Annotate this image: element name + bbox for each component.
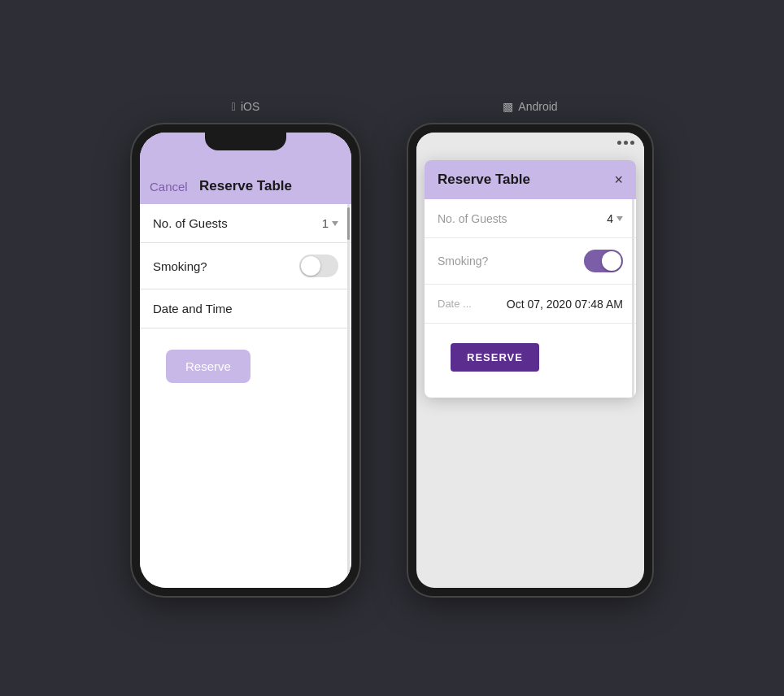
android-status-dot-3 <box>630 141 634 145</box>
android-dialog: Reserve Table × No. of Guests 4 <box>425 160 636 398</box>
ios-notch <box>205 133 286 150</box>
ios-guests-value[interactable]: 1 <box>322 216 338 230</box>
android-dialog-title: Reserve Table <box>438 172 530 188</box>
android-guests-label: No. of Guests <box>438 212 507 225</box>
android-smoking-toggle[interactable] <box>584 250 623 272</box>
android-platform-label: ▩ Android <box>503 100 557 113</box>
android-smoking-row: Smoking? <box>425 238 636 285</box>
ios-header: Cancel Reserve Table <box>140 168 351 204</box>
ios-device-container:  iOS Cancel Reserve Table No. of Guests <box>132 100 359 596</box>
android-close-button[interactable]: × <box>614 172 623 187</box>
android-status-dot-2 <box>624 141 628 145</box>
ios-smoking-label: Smoking? <box>153 259 207 273</box>
android-screen: Reserve Table × No. of Guests 4 <box>416 133 644 588</box>
android-reserve-row: RESERVE <box>425 324 636 398</box>
ios-scrollbar-thumb <box>347 207 350 240</box>
android-reserve-button[interactable]: RESERVE <box>451 343 539 372</box>
ios-dialog-title: Reserve Table <box>199 178 292 194</box>
android-guests-row: No. of Guests 4 <box>425 199 636 238</box>
ios-datetime-label: Date and Time <box>153 302 233 315</box>
android-phone: Reserve Table × No. of Guests 4 <box>408 124 652 596</box>
android-toggle-knob <box>602 251 621 271</box>
android-datetime-value: Oct 07, 2020 07:48 AM <box>507 298 623 311</box>
ios-screen: Cancel Reserve Table No. of Guests 1 <box>140 133 351 588</box>
android-dialog-body: No. of Guests 4 Smoking? <box>425 199 636 398</box>
ios-smoking-toggle[interactable] <box>299 254 338 277</box>
ios-phone: Cancel Reserve Table No. of Guests 1 <box>132 124 359 596</box>
ios-cancel-button[interactable]: Cancel <box>150 180 188 194</box>
ios-platform-label:  iOS <box>232 100 259 113</box>
android-status-dot-1 <box>617 141 621 145</box>
ios-content: No. of Guests 1 Smoking? Date and Time <box>140 204 351 588</box>
android-content-area: Reserve Table × No. of Guests 4 <box>416 152 644 588</box>
ios-datetime-row[interactable]: Date and Time <box>140 289 351 328</box>
ios-notch-bar <box>140 133 351 168</box>
android-guests-value[interactable]: 4 <box>607 212 623 225</box>
android-icon: ▩ <box>503 100 513 113</box>
ios-reserve-row: Reserve <box>140 328 351 404</box>
android-guests-chevron-icon <box>616 216 623 221</box>
ios-guests-row: No. of Guests 1 <box>140 204 351 243</box>
android-device-container: ▩ Android Reserve Table × <box>408 100 652 596</box>
ios-scrollbar <box>347 204 350 588</box>
android-dialog-header: Reserve Table × <box>425 160 636 199</box>
android-scrollbar <box>632 199 634 398</box>
ios-smoking-row: Smoking? <box>140 243 351 289</box>
apple-icon:  <box>232 100 236 113</box>
ios-guests-chevron-icon <box>332 221 338 226</box>
ios-toggle-knob <box>301 256 320 276</box>
android-status-bar <box>416 133 644 152</box>
android-datetime-label: Date ... <box>438 298 472 310</box>
ios-guests-label: No. of Guests <box>153 216 228 230</box>
android-smoking-label: Smoking? <box>438 254 488 268</box>
android-datetime-row[interactable]: Date ... Oct 07, 2020 07:48 AM <box>425 285 636 324</box>
ios-reserve-button[interactable]: Reserve <box>166 350 250 383</box>
